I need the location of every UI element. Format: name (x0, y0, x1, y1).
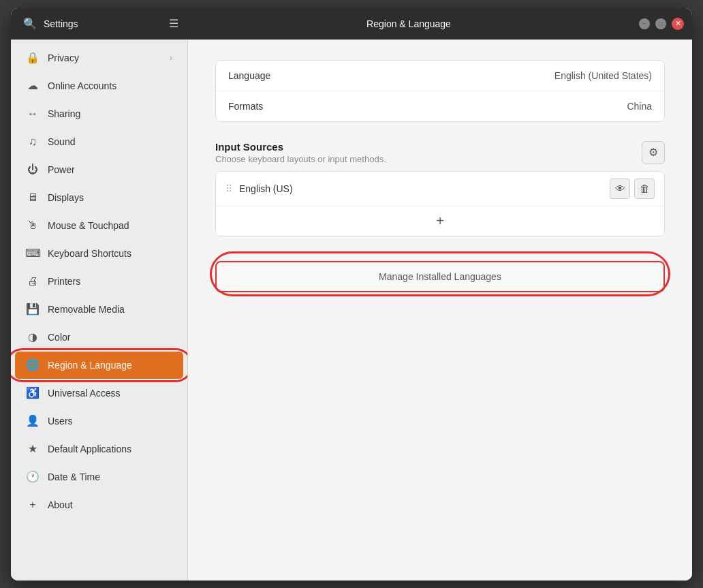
drag-handle-icon[interactable]: ⠿ (225, 183, 232, 194)
sidebar-item-online-accounts[interactable]: ☁ Online Accounts (15, 72, 183, 99)
chevron-right-icon: › (170, 53, 172, 63)
sidebar-item-displays[interactable]: 🖥 Displays (15, 184, 183, 211)
sidebar-item-label: Displays (48, 192, 84, 203)
sidebar-item-default-applications[interactable]: ★ Default Applications (15, 435, 183, 463)
menu-icon[interactable]: ☰ (169, 17, 178, 30)
sidebar-item-label: Color (48, 332, 70, 343)
language-value: English (United States) (554, 70, 652, 81)
sidebar-item-label: Mouse & Touchpad (48, 220, 129, 231)
titlebar: 🔍 Settings ☰ Region & Language − □ ✕ (11, 8, 692, 40)
sound-icon: ♫ (26, 135, 40, 149)
sidebar-item-label: Sound (48, 136, 75, 147)
language-row[interactable]: Language English (United States) (216, 61, 664, 91)
sidebar-item-keyboard-shortcuts[interactable]: ⌨ Keyboard Shortcuts (15, 240, 183, 267)
power-icon: ⏻ (26, 163, 40, 176)
remove-input-source-button[interactable]: 🗑 (634, 179, 655, 199)
manage-languages-label: Manage Installed Languages (379, 271, 501, 282)
sidebar-item-label: Default Applications (48, 444, 131, 454)
sidebar-item-privacy[interactable]: 🔒 Privacy › (15, 44, 183, 72)
color-icon: ◑ (26, 330, 40, 344)
manage-languages-wrapper: Manage Installed Languages (215, 256, 665, 292)
app-window: 🔍 Settings ☰ Region & Language − □ ✕ 🔒 P… (11, 8, 692, 581)
input-sources-card: ⠿ English (US) 👁 🗑 + (215, 171, 665, 236)
add-input-source-row[interactable]: + (216, 206, 664, 236)
manage-installed-languages-button[interactable]: Manage Installed Languages (215, 261, 665, 292)
sidebar-item-label: Region & Language (48, 360, 132, 371)
sidebar-item-universal-access[interactable]: ♿ Universal Access (15, 380, 183, 407)
sidebar-item-sound[interactable]: ♫ Sound (15, 128, 183, 155)
accessibility-icon: ♿ (26, 386, 40, 400)
preview-input-source-button[interactable]: 👁 (610, 179, 630, 199)
input-sources-settings-button[interactable]: ⚙ (642, 141, 665, 164)
lock-icon: 🔒 (26, 51, 40, 65)
printer-icon: 🖨 (26, 275, 40, 288)
sidebar-item-label: Power (48, 164, 75, 175)
sidebar-item-label: Removable Media (48, 304, 125, 315)
sidebar-item-label: Online Accounts (48, 80, 116, 91)
input-source-name: English (US) (239, 183, 606, 194)
sidebar-item-label: Privacy (48, 52, 79, 63)
sidebar-item-label: Printers (48, 276, 80, 287)
sharing-icon: ↔ (26, 107, 40, 121)
sidebar-item-users[interactable]: 👤 Users (15, 407, 183, 435)
add-icon: + (436, 213, 444, 229)
sidebar-item-power[interactable]: ⏻ Power (15, 156, 183, 183)
media-icon: 💾 (26, 303, 40, 316)
app-name-label: Settings (44, 18, 166, 29)
close-button[interactable]: ✕ (672, 18, 684, 30)
window-title: Region & Language (178, 18, 639, 29)
clock-icon: 🕐 (26, 470, 40, 484)
sidebar-item-sharing[interactable]: ↔ Sharing (15, 100, 183, 127)
globe-icon: 🌐 (26, 358, 40, 372)
sidebar-item-region-language[interactable]: 🌐 Region & Language (15, 352, 183, 379)
main-content: Language English (United States) Formats… (188, 40, 692, 581)
formats-label: Formats (228, 101, 627, 112)
language-formats-card: Language English (United States) Formats… (215, 60, 665, 122)
search-icon[interactable]: 🔍 (19, 13, 41, 35)
language-label: Language (228, 70, 554, 81)
sidebar-item-date-time[interactable]: 🕐 Date & Time (15, 463, 183, 491)
sidebar-item-label: Date & Time (48, 471, 100, 482)
sidebar-item-printers[interactable]: 🖨 Printers (15, 268, 183, 295)
sidebar-item-label: About (48, 499, 73, 510)
formats-value: China (627, 101, 652, 112)
maximize-button[interactable]: □ (655, 18, 666, 29)
content-area: 🔒 Privacy › ☁ Online Accounts ↔ Sharing … (11, 40, 692, 581)
sidebar-item-region-language-wrapper: 🌐 Region & Language (11, 352, 187, 379)
minimize-button[interactable]: − (639, 18, 650, 29)
input-source-row: ⠿ English (US) 👁 🗑 (216, 172, 664, 206)
cloud-icon: ☁ (26, 79, 40, 93)
sidebar: 🔒 Privacy › ☁ Online Accounts ↔ Sharing … (11, 40, 188, 581)
display-icon: 🖥 (26, 191, 40, 204)
input-sources-header: Input Sources Choose keyboard layouts or… (215, 141, 665, 164)
input-sources-text: Input Sources Choose keyboard layouts or… (215, 141, 386, 164)
input-sources-title: Input Sources (215, 141, 386, 153)
sidebar-item-color[interactable]: ◑ Color (15, 324, 183, 351)
input-sources-subtitle: Choose keyboard layouts or input methods… (215, 154, 386, 164)
mouse-icon: 🖱 (26, 219, 40, 232)
user-icon: 👤 (26, 414, 40, 428)
plus-icon: + (26, 498, 40, 512)
keyboard-icon: ⌨ (26, 247, 40, 260)
formats-row[interactable]: Formats China (216, 91, 664, 121)
sidebar-item-mouse-touchpad[interactable]: 🖱 Mouse & Touchpad (15, 212, 183, 239)
sidebar-item-label: Universal Access (48, 388, 121, 399)
sidebar-item-removable-media[interactable]: 💾 Removable Media (15, 296, 183, 323)
sidebar-item-label: Sharing (48, 108, 80, 119)
window-controls: − □ ✕ (639, 18, 684, 30)
sidebar-item-label: Keyboard Shortcuts (48, 248, 131, 259)
sidebar-item-about[interactable]: + About (15, 491, 183, 519)
star-icon: ★ (26, 442, 40, 456)
sidebar-item-label: Users (48, 416, 73, 427)
